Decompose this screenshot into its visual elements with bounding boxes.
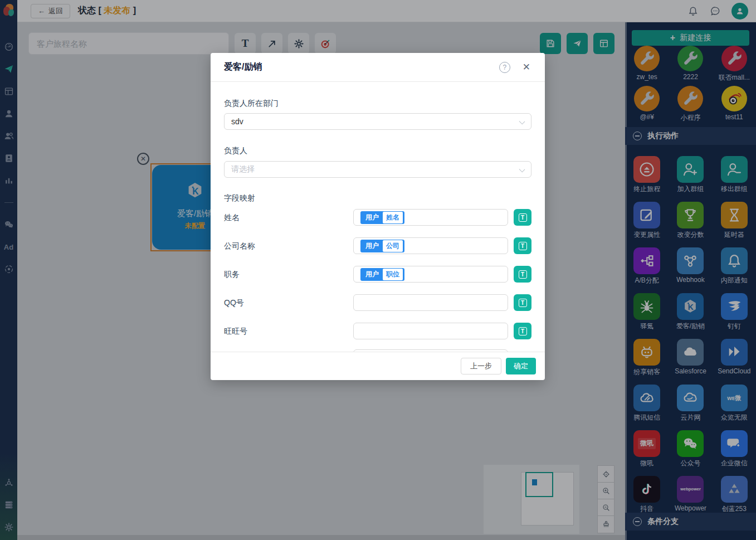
text-T-icon: T xyxy=(519,327,527,335)
field-tag[interactable]: 用户姓名 xyxy=(360,211,404,224)
mapping-field-input[interactable] xyxy=(353,323,508,339)
owner-label: 负责人 xyxy=(224,146,247,156)
field-tag[interactable]: 用户公司 xyxy=(360,240,404,252)
text-T-icon: T xyxy=(519,213,527,222)
modal-title: 爱客/励销 xyxy=(224,61,262,73)
tag-scope: 用户 xyxy=(365,270,379,279)
close-icon[interactable]: ✕ xyxy=(519,62,534,72)
dept-label: 负责人所在部门 xyxy=(224,99,279,109)
dept-select[interactable]: sdv xyxy=(224,113,531,130)
insert-text-button[interactable]: T xyxy=(514,209,531,226)
mapping-field-input[interactable]: 用户职位 xyxy=(353,266,508,283)
tag-field: 公司 xyxy=(383,240,403,252)
app-root: Ad ← 返回 状态 [ 未发布 ] T xyxy=(0,0,756,540)
tag-scope: 用户 xyxy=(365,241,379,251)
insert-text-button[interactable]: T xyxy=(514,266,531,283)
mapping-field-label: 旺旺号 xyxy=(224,323,247,339)
mapping-field-input[interactable]: 用户公司 xyxy=(353,237,508,254)
insert-text-button[interactable]: T xyxy=(514,294,531,311)
mapping-section-label: 字段映射 xyxy=(224,193,255,203)
mapping-field-label: QQ号 xyxy=(224,294,244,311)
text-T-icon: T xyxy=(519,270,527,279)
tag-scope: 用户 xyxy=(365,213,379,222)
owner-select[interactable]: 请选择 xyxy=(224,161,531,178)
chevron-down-icon xyxy=(519,119,525,125)
previous-step-button[interactable]: 上一步 xyxy=(461,358,501,374)
tag-field: 姓名 xyxy=(383,212,403,223)
text-T-icon: T xyxy=(519,242,527,250)
mapping-field-label: 职务 xyxy=(224,266,240,283)
mapping-field-input[interactable]: 用户姓名 xyxy=(353,209,508,226)
mapping-field-label: 姓名 xyxy=(224,209,240,226)
confirm-button[interactable]: 确定 xyxy=(506,358,536,374)
tag-field: 职位 xyxy=(383,269,403,280)
insert-text-button[interactable]: T xyxy=(514,323,531,339)
insert-text-button[interactable]: T xyxy=(514,237,531,254)
chevron-down-icon xyxy=(519,167,525,173)
mapping-field-label: 公司名称 xyxy=(224,237,255,254)
help-icon[interactable]: ? xyxy=(499,62,510,73)
aike-config-modal: 爱客/励销 ? ✕ 负责人所在部门 sdv 负责人 请选择 字段映射 姓名用户姓… xyxy=(211,53,545,380)
mapping-field-input[interactable] xyxy=(353,349,508,352)
text-T-icon: T xyxy=(519,299,527,307)
mapping-field-input[interactable] xyxy=(353,294,508,311)
field-tag[interactable]: 用户职位 xyxy=(360,268,404,281)
